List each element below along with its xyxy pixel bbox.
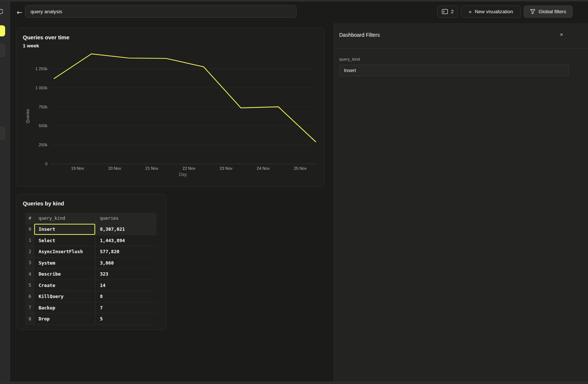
queries-value-cell: 8,307,021 <box>96 224 157 235</box>
window-top-strip <box>0 0 588 1</box>
line-chart-plot[interactable]: 0250k500k750k1 000k1 250k19 Nov20 Nov21 … <box>17 28 325 187</box>
x-axis-title: Day <box>179 172 187 177</box>
queries-value-cell: 3,060 <box>96 258 157 269</box>
table-row[interactable]: 6KillQuery8 <box>25 291 157 302</box>
sidebar-item[interactable] <box>0 127 5 140</box>
back-button[interactable]: ← <box>14 6 25 18</box>
table-header-row: # query_kind queries <box>25 213 157 224</box>
row-index-cell: 7 <box>25 302 34 314</box>
query-kind-cell[interactable]: Insert <box>34 224 96 235</box>
x-tick-label: 24 Nov <box>257 166 270 171</box>
query-kind-cell[interactable]: AsyncInsertFlush <box>34 246 96 258</box>
query-kind-cell[interactable]: Describe <box>34 269 96 280</box>
y-tick-label: 750k <box>39 105 47 109</box>
query-kind-filter-input[interactable] <box>339 65 569 76</box>
queries-value-cell: 323 <box>96 269 157 280</box>
header-query-kind: query_kind <box>34 213 96 224</box>
header-queries: queries <box>96 213 157 224</box>
sidebar-item[interactable] <box>0 44 5 57</box>
mini-sidebar <box>0 0 10 384</box>
header-index: # <box>25 213 34 224</box>
console-count: 2 <box>451 9 454 14</box>
table-row[interactable]: 0Insert8,307,021 <box>25 224 157 235</box>
x-tick-label: 19 Nov <box>71 166 84 171</box>
queries-value-cell: 1,443,894 <box>96 235 157 247</box>
queries-value-cell: 5 <box>96 313 157 325</box>
query-kind-cell[interactable]: KillQuery <box>34 291 96 302</box>
new-visualization-button[interactable]: + New visualization <box>461 6 521 18</box>
plus-icon: + <box>469 8 472 15</box>
y-tick-label: 0 <box>45 162 47 166</box>
row-index-cell: 6 <box>25 291 34 302</box>
query-kind-cell[interactable]: System <box>34 258 96 269</box>
y-tick-label: 500k <box>39 123 47 128</box>
table-row[interactable]: 7Backup7 <box>25 302 157 314</box>
row-index-cell: 8 <box>25 313 34 325</box>
window-bottom-strip <box>0 381 588 384</box>
row-index-cell: 5 <box>25 280 34 291</box>
query-kind-cell[interactable]: Backup <box>34 302 96 314</box>
global-filters-button[interactable]: Global filters <box>524 6 573 18</box>
queries-series-line <box>54 54 316 142</box>
queries-value-cell: 14 <box>96 280 157 291</box>
row-index-cell: 0 <box>25 224 34 235</box>
sql-console-button[interactable]: 2 <box>437 6 458 18</box>
queries-over-time-card: Queries over time 1 week 0250k500k750k1 … <box>17 28 325 187</box>
y-tick-label: 1 000k <box>35 86 48 90</box>
query-kind-cell[interactable]: Create <box>34 280 96 291</box>
queries-table: # query_kind queries 0Insert8,307,0211Se… <box>25 213 157 325</box>
y-axis-title: Queries <box>25 109 30 123</box>
queries-value-cell: 577,820 <box>96 246 157 258</box>
filters-panel-title: Dashboard Filters <box>339 32 380 38</box>
history-refresh-icon[interactable] <box>0 8 4 15</box>
queries-value-cell: 7 <box>96 302 157 314</box>
new-visualization-label: New visualization <box>475 9 513 14</box>
dashboard-title-input[interactable] <box>25 5 297 18</box>
row-index-cell: 4 <box>25 269 34 280</box>
table-title: Queries by kind <box>23 200 64 207</box>
y-tick-label: 250k <box>39 143 47 147</box>
query-kind-cell[interactable]: Select <box>34 235 96 247</box>
x-tick-label: 21 Nov <box>146 166 158 171</box>
table-row[interactable]: 4Describe323 <box>25 269 157 280</box>
close-icon[interactable]: × <box>558 30 565 38</box>
x-tick-label: 25 Nov <box>294 166 307 171</box>
table-row[interactable]: 3System3,060 <box>25 258 157 269</box>
x-tick-label: 20 Nov <box>108 166 121 171</box>
table-row[interactable]: 1Select1,443,894 <box>25 235 157 247</box>
dashboard-canvas: Queries over time 1 week 0250k500k750k1 … <box>10 23 334 384</box>
x-tick-label: 23 Nov <box>220 166 233 171</box>
x-tick-label: 22 Nov <box>183 166 196 171</box>
queries-value-cell: 8 <box>96 291 157 302</box>
top-bar: ← 2 + New visualization Global filters <box>10 1 588 23</box>
sidebar-item-active[interactable] <box>0 25 5 36</box>
dashboard-filters-panel: Dashboard Filters × query_kind <box>334 23 588 384</box>
row-index-cell: 2 <box>25 246 34 258</box>
console-icon <box>442 9 448 14</box>
global-filters-label: Global filters <box>538 9 566 14</box>
row-index-cell: 1 <box>25 235 34 247</box>
query-kind-cell[interactable]: Drop <box>34 313 96 325</box>
filter-field-label: query_kind <box>339 57 360 61</box>
table-row[interactable]: 8Drop5 <box>25 313 157 325</box>
y-tick-label: 1 250k <box>35 67 48 71</box>
table-row[interactable]: 5Create14 <box>25 280 157 291</box>
panel-divider <box>334 48 588 49</box>
row-index-cell: 3 <box>25 258 34 269</box>
table-row[interactable]: 2AsyncInsertFlush577,820 <box>25 246 157 258</box>
funnel-filter-icon <box>530 9 535 14</box>
queries-by-kind-card: Queries by kind # query_kind queries 0In… <box>17 194 166 330</box>
